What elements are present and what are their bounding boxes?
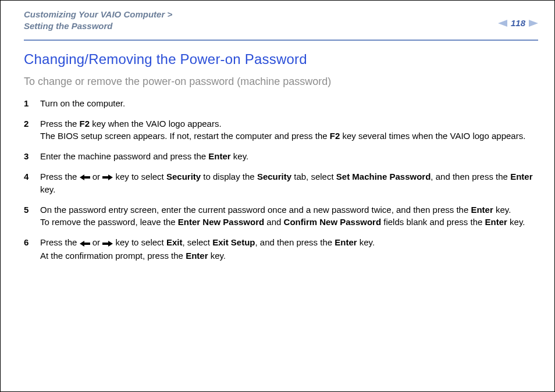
arrow-right-icon [102,237,113,250]
breadcrumb-separator: > [165,9,172,19]
sub-heading: To change or remove the power-on passwor… [24,76,538,88]
step-text: Press the or key to select Security to d… [40,170,538,196]
svg-marker-3 [102,174,113,180]
breadcrumb: Customizing Your VAIO Computer > Setting… [24,9,172,33]
page-nav: 118 [498,9,538,28]
steps-list: 1 Turn on the computer. 2 Press the F2 k… [24,97,538,262]
page-title: Changing/Removing the Power-on Password [24,51,538,67]
step-item: 3 Enter the machine password and press t… [24,150,538,162]
svg-marker-1 [529,20,538,27]
svg-marker-5 [102,241,113,247]
step-number: 1 [24,97,40,109]
step-number: 4 [24,170,40,183]
step-number: 2 [24,117,40,130]
arrow-right-icon [102,171,113,183]
step-item: 1 Turn on the computer. [24,97,538,109]
arrow-left-icon [80,171,90,183]
step-number: 5 [24,204,40,216]
step-text: Press the or key to select Exit, select … [40,236,538,262]
step-number: 6 [24,236,40,248]
step-text: On the password entry screen, enter the … [40,204,538,228]
breadcrumb-line2: Setting the Password [24,21,113,31]
step-item: 2 Press the F2 key when the VAIO logo ap… [24,117,538,142]
svg-marker-4 [80,241,90,247]
prev-page-icon[interactable] [498,20,507,27]
svg-marker-2 [80,174,90,180]
step-number: 3 [24,150,40,162]
step-item: 5 On the password entry screen, enter th… [24,204,538,228]
step-item: 4 Press the or key to select Security to… [24,170,538,196]
arrow-left-icon [80,237,90,250]
step-text: Turn on the computer. [40,97,538,109]
svg-marker-0 [498,20,507,27]
step-item: 6 Press the or key to select Exit, selec… [24,236,538,262]
content-area: Changing/Removing the Power-on Password … [1,41,554,262]
step-text: Press the F2 key when the VAIO logo appe… [40,117,538,142]
page-header: Customizing Your VAIO Computer > Setting… [1,1,554,36]
step-text: Enter the machine password and press the… [40,150,538,162]
next-page-icon[interactable] [529,20,538,27]
document-page: Customizing Your VAIO Computer > Setting… [0,0,555,392]
page-number: 118 [511,18,525,28]
breadcrumb-line1: Customizing Your VAIO Computer [24,9,165,19]
